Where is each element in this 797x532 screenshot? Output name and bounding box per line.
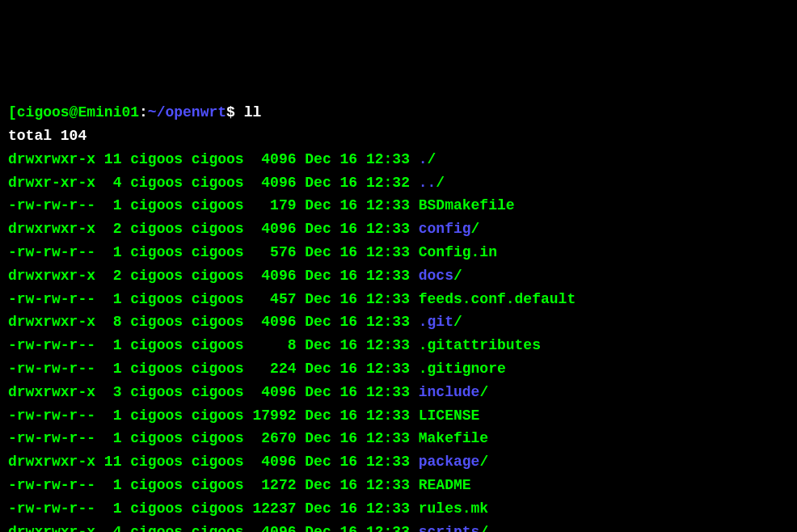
links: 1 — [95, 430, 121, 446]
group: cigoos — [183, 291, 244, 307]
month: Dec — [297, 268, 331, 284]
file-suffix: / — [453, 314, 462, 330]
owner: cigoos — [121, 314, 183, 330]
perm: -rw-rw-r-- — [8, 197, 95, 213]
size: 576 — [244, 244, 297, 260]
day: 16 — [331, 337, 357, 353]
perm: -rw-rw-r-- — [8, 361, 95, 377]
links: 1 — [95, 291, 121, 307]
time: 12:33 — [357, 314, 410, 330]
links: 4 — [95, 524, 121, 532]
time: 12:33 — [357, 361, 410, 377]
file-name: Makefile — [419, 430, 488, 446]
links: 2 — [95, 268, 121, 284]
links: 1 — [95, 477, 121, 493]
owner: cigoos — [121, 175, 183, 191]
owner: cigoos — [121, 524, 183, 532]
list-row: drwxrwxr-x 11 cigoos cigoos 4096 Dec 16 … — [8, 151, 436, 167]
perm: drwxrwxr-x — [8, 454, 95, 470]
owner: cigoos — [121, 291, 183, 307]
size: 4096 — [244, 524, 297, 532]
day: 16 — [331, 454, 357, 470]
group: cigoos — [183, 244, 244, 260]
size: 2670 — [244, 430, 297, 446]
perm: drwxrwxr-x — [8, 384, 95, 400]
list-row: -rw-rw-r-- 1 cigoos cigoos 8 Dec 16 12:3… — [8, 337, 541, 353]
links: 1 — [95, 500, 121, 517]
group: cigoos — [183, 500, 244, 517]
links: 1 — [95, 337, 121, 353]
time: 12:33 — [357, 337, 410, 353]
owner: cigoos — [121, 197, 183, 213]
time: 12:33 — [357, 454, 410, 470]
list-row: drwxrwxr-x 8 cigoos cigoos 4096 Dec 16 1… — [8, 314, 462, 330]
list-row: -rw-rw-r-- 1 cigoos cigoos 457 Dec 16 12… — [8, 291, 576, 307]
file-name: README — [419, 477, 471, 493]
month: Dec — [297, 407, 331, 424]
list-row: -rw-rw-r-- 1 cigoos cigoos 1272 Dec 16 1… — [8, 477, 471, 493]
total-line: total 104 — [8, 128, 86, 144]
perm: drwxr-xr-x — [8, 175, 95, 191]
list-row: -rw-rw-r-- 1 cigoos cigoos 17992 Dec 16 … — [8, 407, 479, 424]
terminal-output[interactable]: [cigoos@Emini01:~/openwrt$ ll total 104 … — [8, 101, 789, 532]
list-row: -rw-rw-r-- 1 cigoos cigoos 224 Dec 16 12… — [8, 361, 506, 377]
group: cigoos — [183, 524, 244, 532]
perm: drwxrwxr-x — [8, 221, 95, 237]
group: cigoos — [183, 361, 244, 377]
list-row: drwxrwxr-x 2 cigoos cigoos 4096 Dec 16 1… — [8, 221, 479, 237]
file-name: .git — [419, 314, 453, 330]
typed-command: ll — [244, 104, 262, 120]
links: 1 — [95, 361, 121, 377]
group: cigoos — [183, 151, 244, 167]
time: 12:33 — [357, 244, 410, 260]
links: 1 — [95, 244, 121, 260]
size: 1272 — [244, 477, 297, 493]
time: 12:33 — [357, 197, 410, 213]
file-suffix: / — [453, 268, 462, 284]
month: Dec — [297, 384, 331, 400]
owner: cigoos — [121, 268, 183, 284]
group: cigoos — [183, 197, 244, 213]
group: cigoos — [183, 430, 244, 446]
group: cigoos — [183, 477, 244, 493]
month: Dec — [297, 454, 331, 470]
prompt-bracket: [ — [8, 104, 17, 120]
list-row: drwxrwxr-x 11 cigoos cigoos 4096 Dec 16 … — [8, 454, 488, 470]
time: 12:33 — [357, 407, 410, 424]
group: cigoos — [183, 268, 244, 284]
month: Dec — [297, 314, 331, 330]
month: Dec — [297, 151, 331, 167]
file-name: .. — [419, 175, 436, 191]
file-name: LICENSE — [419, 407, 480, 424]
day: 16 — [331, 500, 357, 517]
group: cigoos — [183, 314, 244, 330]
size: 4096 — [244, 221, 297, 237]
day: 16 — [331, 291, 357, 307]
file-suffix: / — [479, 524, 488, 532]
day: 16 — [331, 384, 357, 400]
perm: -rw-rw-r-- — [8, 244, 95, 260]
month: Dec — [297, 175, 331, 191]
size: 4096 — [244, 314, 297, 330]
month: Dec — [297, 244, 331, 260]
prompt-user-host: cigoos@Emini01 — [17, 104, 139, 120]
size: 4096 — [244, 384, 297, 400]
list-row: drwxr-xr-x 4 cigoos cigoos 4096 Dec 16 1… — [8, 175, 445, 191]
file-name: Config.in — [419, 244, 497, 260]
list-row: -rw-rw-r-- 1 cigoos cigoos 179 Dec 16 12… — [8, 197, 515, 213]
time: 12:33 — [357, 151, 410, 167]
file-name: .gitignore — [419, 361, 506, 377]
size: 224 — [244, 361, 297, 377]
owner: cigoos — [121, 244, 183, 260]
file-name: .gitattributes — [419, 337, 541, 353]
size: 179 — [244, 197, 297, 213]
file-suffix: / — [471, 221, 480, 237]
group: cigoos — [183, 175, 244, 191]
time: 12:33 — [357, 268, 410, 284]
owner: cigoos — [121, 151, 183, 167]
list-row: -rw-rw-r-- 1 cigoos cigoos 576 Dec 16 12… — [8, 244, 497, 260]
size: 4096 — [244, 268, 297, 284]
file-name: rules.mk — [419, 500, 488, 517]
links: 8 — [95, 314, 121, 330]
list-row: drwxrwxr-x 3 cigoos cigoos 4096 Dec 16 1… — [8, 384, 488, 400]
